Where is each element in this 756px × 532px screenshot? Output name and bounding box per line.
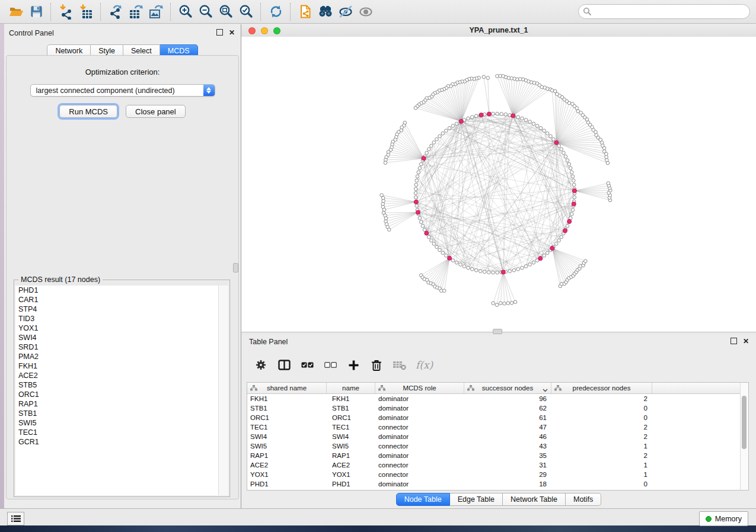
close-table-panel-icon[interactable]: ✕ bbox=[743, 338, 749, 344]
mcds-hub-node[interactable] bbox=[572, 189, 576, 193]
ring-node[interactable] bbox=[566, 159, 569, 162]
leaf-node[interactable] bbox=[510, 302, 513, 305]
zoom-out-icon[interactable] bbox=[196, 2, 216, 22]
mcds-result-item[interactable]: TEC1 bbox=[15, 428, 218, 437]
ring-node[interactable] bbox=[560, 148, 563, 151]
ring-node[interactable] bbox=[521, 266, 524, 270]
select-all-columns-icon[interactable] bbox=[300, 358, 314, 372]
mcds-result-item[interactable]: YOX1 bbox=[15, 323, 218, 333]
ring-node[interactable] bbox=[535, 124, 539, 128]
hide-graphics-details-icon[interactable] bbox=[336, 2, 356, 22]
delete-column-icon[interactable] bbox=[369, 358, 384, 372]
mcds-result-item[interactable]: SWI4 bbox=[15, 333, 218, 342]
ring-node[interactable] bbox=[414, 187, 417, 191]
ring-node[interactable] bbox=[479, 270, 482, 273]
leaf-node[interactable] bbox=[503, 302, 506, 306]
ring-node[interactable] bbox=[557, 144, 561, 148]
ring-node[interactable] bbox=[419, 220, 423, 224]
ring-node[interactable] bbox=[441, 251, 445, 255]
ring-node[interactable] bbox=[432, 141, 436, 145]
ring-node[interactable] bbox=[562, 151, 566, 155]
mcds-result-item[interactable]: PMA2 bbox=[15, 352, 218, 361]
mcds-hub-node[interactable] bbox=[459, 119, 463, 123]
ring-node[interactable] bbox=[445, 254, 448, 258]
ring-node[interactable] bbox=[435, 245, 439, 249]
mcds-result-item[interactable]: STP4 bbox=[15, 305, 218, 314]
leaf-node[interactable] bbox=[595, 133, 598, 137]
ring-node[interactable] bbox=[549, 134, 553, 138]
ring-node[interactable] bbox=[528, 120, 532, 124]
mcds-hub-node[interactable] bbox=[567, 219, 572, 223]
ring-node[interactable] bbox=[425, 151, 429, 155]
ring-node[interactable] bbox=[430, 239, 433, 242]
table-row[interactable]: RAP1RAP1dominator352 bbox=[247, 451, 748, 460]
mcds-hub-node[interactable] bbox=[538, 257, 543, 261]
clear-column-selection-icon[interactable] bbox=[323, 358, 337, 372]
ring-node[interactable] bbox=[524, 265, 528, 268]
ring-node[interactable] bbox=[430, 144, 433, 148]
ring-node[interactable] bbox=[423, 228, 426, 232]
column-header-name[interactable]: name bbox=[327, 383, 375, 393]
ring-node[interactable] bbox=[496, 112, 499, 116]
column-header-successor-nodes[interactable]: successor nodes bbox=[464, 383, 551, 393]
ring-node[interactable] bbox=[500, 113, 503, 116]
open-file-icon[interactable] bbox=[6, 2, 26, 22]
add-column-icon[interactable] bbox=[346, 358, 361, 372]
ring-node[interactable] bbox=[416, 175, 419, 178]
table-scrollbar-thumb[interactable] bbox=[742, 396, 747, 449]
leaf-node[interactable] bbox=[384, 217, 388, 220]
ring-node[interactable] bbox=[572, 183, 576, 187]
zoom-fit-icon[interactable] bbox=[216, 2, 236, 22]
run-mcds-button[interactable]: Run MCDS bbox=[59, 105, 117, 118]
ring-node[interactable] bbox=[419, 162, 423, 166]
ring-node[interactable] bbox=[451, 259, 455, 262]
ring-node[interactable] bbox=[557, 239, 561, 242]
mcds-result-item[interactable]: CAR1 bbox=[15, 295, 218, 305]
mcds-hub-node[interactable] bbox=[448, 256, 452, 260]
float-table-panel-icon[interactable] bbox=[731, 338, 737, 344]
ring-node[interactable] bbox=[445, 129, 448, 133]
ring-node[interactable] bbox=[532, 261, 535, 264]
ring-node[interactable] bbox=[462, 265, 466, 268]
tab-edge-table[interactable]: Edge Table bbox=[450, 493, 503, 506]
ring-node[interactable] bbox=[566, 225, 569, 228]
mcds-result-item[interactable]: GCR1 bbox=[15, 437, 218, 447]
column-header-predecessor-nodes[interactable]: predecessor nodes bbox=[551, 383, 652, 393]
ring-node[interactable] bbox=[474, 268, 478, 272]
ring-node[interactable] bbox=[512, 268, 516, 272]
ring-node[interactable] bbox=[414, 183, 418, 187]
tab-motifs[interactable]: Motifs bbox=[566, 493, 601, 506]
leaf-node[interactable] bbox=[482, 75, 486, 79]
mcds-hub-node[interactable] bbox=[511, 114, 515, 118]
ring-node[interactable] bbox=[414, 196, 417, 199]
mcds-result-item[interactable]: STB1 bbox=[15, 409, 218, 418]
ring-node[interactable] bbox=[539, 127, 543, 130]
horizontal-splitter-grip[interactable] bbox=[493, 329, 502, 334]
mcds-result-item[interactable]: TID3 bbox=[15, 314, 218, 323]
ring-node[interactable] bbox=[432, 242, 436, 246]
leaf-node[interactable] bbox=[387, 228, 391, 232]
ring-node[interactable] bbox=[546, 132, 549, 135]
network-graph[interactable] bbox=[241, 37, 756, 332]
column-header-mcds-role[interactable]: MCDS role bbox=[375, 383, 464, 393]
ring-node[interactable] bbox=[570, 171, 574, 174]
mcds-hub-node[interactable] bbox=[479, 113, 483, 117]
ring-node[interactable] bbox=[487, 271, 491, 274]
leaf-node[interactable] bbox=[602, 150, 606, 153]
ring-node[interactable] bbox=[508, 270, 512, 273]
table-row[interactable]: TEC1TEC1connector472 bbox=[247, 422, 748, 432]
mcds-result-item[interactable]: PHD1 bbox=[15, 286, 218, 295]
leaf-node[interactable] bbox=[571, 102, 575, 106]
leaf-node[interactable] bbox=[414, 106, 417, 110]
ring-node[interactable] bbox=[451, 124, 455, 128]
leaf-node[interactable] bbox=[496, 75, 499, 78]
mcds-result-scrollbar[interactable] bbox=[218, 286, 228, 495]
ring-node[interactable] bbox=[467, 266, 470, 270]
ring-node[interactable] bbox=[570, 213, 574, 216]
ring-node[interactable] bbox=[524, 118, 528, 122]
table-scrollbar[interactable] bbox=[740, 383, 748, 490]
float-panel-icon[interactable] bbox=[216, 29, 223, 36]
ring-node[interactable] bbox=[516, 268, 520, 271]
ring-node[interactable] bbox=[492, 271, 495, 274]
leaf-node[interactable] bbox=[605, 155, 608, 159]
